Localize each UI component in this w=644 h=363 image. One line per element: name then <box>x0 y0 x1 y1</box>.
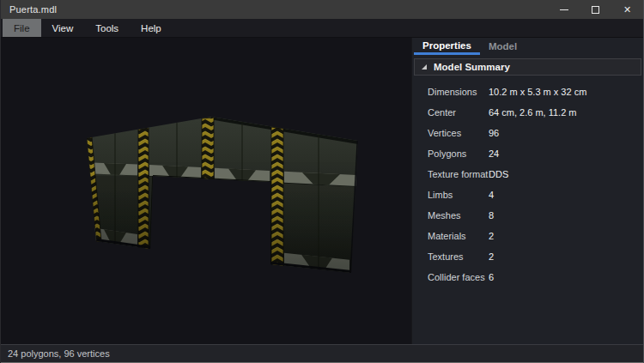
property-row-vertices: Vertices 96 <box>412 123 643 143</box>
expander-icon[interactable] <box>422 64 427 70</box>
menubar: File View Tools Help <box>1 19 643 38</box>
menu-help[interactable]: Help <box>130 19 173 37</box>
property-row-center: Center 64 cm, 2.6 m, 11.2 m <box>412 102 643 123</box>
minimize-icon <box>560 9 568 10</box>
close-button[interactable]: ✕ <box>611 0 643 19</box>
model-3d-render <box>1 38 411 344</box>
property-value: 24 <box>489 148 499 159</box>
menu-tools[interactable]: Tools <box>84 19 130 37</box>
panel-tabs: Properties Model <box>412 38 643 55</box>
statusbar: 24 polygons, 96 vertices <box>1 344 643 363</box>
property-label: Materials <box>428 231 489 241</box>
property-label: Meshes <box>428 210 489 221</box>
property-value: 96 <box>489 128 499 138</box>
main-area: Properties Model Model Summary Dimension… <box>1 38 643 344</box>
property-row-texture-format: Texture format DDS <box>412 164 643 185</box>
property-label: Dimensions <box>428 87 489 97</box>
property-value: 4 <box>489 190 494 200</box>
properties-panel: Properties Model Model Summary Dimension… <box>412 38 643 344</box>
property-value: 2 <box>489 251 494 262</box>
property-value: 10.2 m x 5.3 m x 32 cm <box>489 87 586 97</box>
property-label: Textures <box>428 251 489 262</box>
property-list: Dimensions 10.2 m x 5.3 m x 32 cm Center… <box>412 76 643 287</box>
property-row-polygons: Polygons 24 <box>412 143 643 164</box>
property-value: 2 <box>489 231 494 241</box>
property-label: Vertices <box>428 128 489 138</box>
property-value: 64 cm, 2.6 m, 11.2 m <box>489 107 577 118</box>
property-value: 6 <box>489 272 494 282</box>
property-label: Center <box>428 107 489 118</box>
door-frame-model <box>82 111 366 282</box>
window-controls: ✕ <box>548 0 643 19</box>
menu-view[interactable]: View <box>41 19 85 37</box>
menu-file[interactable]: File <box>3 19 41 37</box>
app-window: Puerta.mdl ✕ File View Tools Help <box>0 0 644 363</box>
section-title: Model Summary <box>434 62 510 72</box>
property-value: DDS <box>489 169 508 179</box>
property-label: Texture format <box>428 169 489 179</box>
property-row-textures: Textures 2 <box>412 246 643 267</box>
property-row-limbs: Limbs 4 <box>412 185 643 205</box>
titlebar[interactable]: Puerta.mdl ✕ <box>1 0 643 19</box>
close-icon: ✕ <box>623 5 631 15</box>
model-viewport[interactable] <box>1 38 412 344</box>
tab-properties[interactable]: Properties <box>414 38 480 55</box>
status-text: 24 polygons, 96 vertices <box>1 348 110 359</box>
property-row-meshes: Meshes 8 <box>412 205 643 226</box>
property-row-dimensions: Dimensions 10.2 m x 5.3 m x 32 cm <box>412 82 643 102</box>
maximize-button[interactable] <box>580 0 611 19</box>
minimize-button[interactable] <box>548 0 580 19</box>
maximize-icon <box>592 6 599 14</box>
window-title: Puerta.mdl <box>1 4 548 15</box>
property-label: Collider faces <box>428 272 489 282</box>
tab-model[interactable]: Model <box>480 38 526 55</box>
property-label: Polygons <box>428 148 489 159</box>
property-row-materials: Materials 2 <box>412 226 643 246</box>
property-value: 8 <box>489 210 494 221</box>
model-summary-header[interactable]: Model Summary <box>414 58 641 76</box>
property-label: Limbs <box>428 190 489 200</box>
property-row-collider-faces: Collider faces 6 <box>412 267 643 287</box>
